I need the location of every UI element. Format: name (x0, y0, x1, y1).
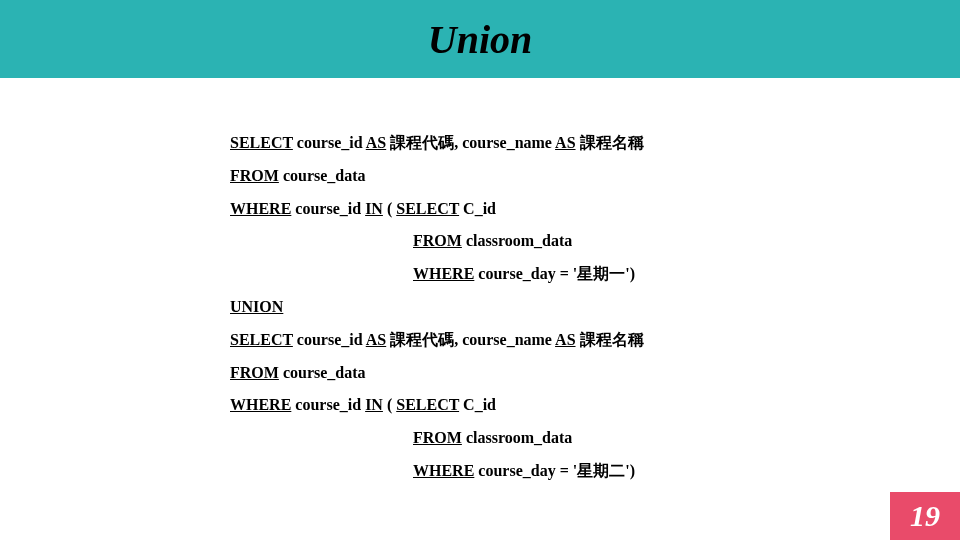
keyword-where: WHERE (230, 396, 291, 413)
text: 課程代碼, course_name (386, 331, 555, 348)
keyword-union: UNION (230, 298, 283, 315)
text: course_id (293, 331, 366, 348)
text: ( (383, 200, 396, 217)
title-bar: Union (0, 0, 960, 78)
text: 課程名稱 (576, 331, 644, 348)
text: classroom_data (462, 429, 572, 446)
sql-line-1: SELECT course_id AS 課程代碼, course_name AS… (230, 133, 960, 154)
text: course_id (291, 200, 365, 217)
text: 課程名稱 (576, 134, 644, 151)
keyword-as: AS (555, 331, 575, 348)
text: course_day = '星期一') (474, 265, 635, 282)
spacer (0, 78, 960, 133)
sql-line-5: WHERE course_day = '星期一') (230, 264, 960, 285)
keyword-from: FROM (413, 429, 462, 446)
sql-line-8: FROM course_data (230, 363, 960, 384)
text: 課程代碼, course_name (386, 134, 555, 151)
page-number: 19 (890, 492, 960, 540)
keyword-select: SELECT (396, 396, 459, 413)
text: C_id (459, 200, 496, 217)
sql-content: SELECT course_id AS 課程代碼, course_name AS… (0, 133, 960, 482)
keyword-where: WHERE (230, 200, 291, 217)
keyword-as: AS (366, 134, 386, 151)
keyword-as: AS (555, 134, 575, 151)
text: course_data (279, 364, 366, 381)
sql-line-4: FROM classroom_data (230, 231, 960, 252)
keyword-in: IN (365, 396, 383, 413)
sql-line-2: FROM course_data (230, 166, 960, 187)
keyword-as: AS (366, 331, 386, 348)
keyword-select: SELECT (396, 200, 459, 217)
keyword-from: FROM (413, 232, 462, 249)
sql-line-3: WHERE course_id IN ( SELECT C_id (230, 199, 960, 220)
keyword-from: FROM (230, 364, 279, 381)
text: course_day = '星期二') (474, 462, 635, 479)
sql-line-9: WHERE course_id IN ( SELECT C_id (230, 395, 960, 416)
sql-line-7: SELECT course_id AS 課程代碼, course_name AS… (230, 330, 960, 351)
text: classroom_data (462, 232, 572, 249)
keyword-from: FROM (230, 167, 279, 184)
keyword-select: SELECT (230, 134, 293, 151)
keyword-select: SELECT (230, 331, 293, 348)
keyword-in: IN (365, 200, 383, 217)
text: ( (383, 396, 396, 413)
sql-line-10: FROM classroom_data (230, 428, 960, 449)
text: course_data (279, 167, 366, 184)
sql-line-6: UNION (230, 297, 960, 318)
keyword-where: WHERE (413, 265, 474, 282)
sql-line-11: WHERE course_day = '星期二') (230, 461, 960, 482)
keyword-where: WHERE (413, 462, 474, 479)
text: course_id (293, 134, 366, 151)
text: course_id (291, 396, 365, 413)
slide-title: Union (428, 16, 533, 63)
text: C_id (459, 396, 496, 413)
